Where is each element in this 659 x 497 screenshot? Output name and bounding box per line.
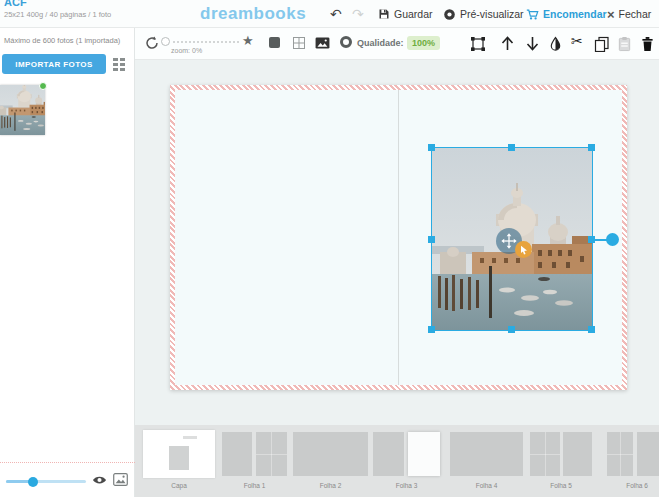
- page-thumbnail: [256, 432, 287, 476]
- background-swatch-icon[interactable]: [269, 37, 280, 48]
- page-divider: [398, 90, 399, 385]
- close-button[interactable]: × Fechar: [607, 0, 651, 28]
- zoom-slider-knob[interactable]: [161, 37, 170, 46]
- filmstrip-label: Folha 6: [607, 482, 659, 489]
- zoom-label: zoom: 0%: [171, 47, 202, 54]
- page-thumbnail: [222, 432, 252, 476]
- photos-info-text: Máximo de 600 fotos (1 importada): [0, 28, 134, 45]
- hide-used-eye-icon[interactable]: [92, 474, 107, 486]
- slider-knob[interactable]: [28, 477, 38, 487]
- page-thumbnail: [637, 432, 659, 476]
- editor-canvas: [135, 60, 659, 425]
- dreambooks-logo: dreambooks: [200, 4, 306, 24]
- filmstrip-page-4[interactable]: Folha 4: [450, 425, 523, 497]
- project-title[interactable]: ACF: [4, 0, 194, 8]
- order-button[interactable]: Encomendar: [526, 0, 607, 28]
- close-label: Fechar: [619, 8, 652, 20]
- cut-scissors-icon[interactable]: ✂: [571, 33, 583, 49]
- thumbnail-size-slider[interactable]: [6, 480, 86, 483]
- preview-label: Pré-visualizar: [460, 8, 524, 20]
- rotation-handle[interactable]: [606, 233, 619, 246]
- photos-sidebar: Máximo de 600 fotos (1 importada) IMPORT…: [0, 28, 135, 497]
- close-icon: ×: [607, 7, 615, 22]
- save-icon: [378, 8, 390, 20]
- copy-icon[interactable]: [594, 36, 610, 52]
- resize-handle-bottom-left[interactable]: [428, 326, 435, 333]
- import-row: IMPORTAR FOTOS: [2, 54, 133, 76]
- cover-thumbnail: [143, 430, 215, 478]
- transform-crop-icon[interactable]: [470, 36, 486, 52]
- page-thumbnail-selected: [408, 432, 440, 476]
- filmstrip-page-6[interactable]: Folha 6: [607, 425, 659, 497]
- filmstrip-label: Capa: [143, 482, 215, 489]
- save-label: Guardar: [394, 8, 433, 20]
- page-thumbnail: [293, 432, 368, 476]
- page-thumbnail: [450, 432, 523, 476]
- filmstrip-label: Folha 3: [373, 482, 440, 489]
- delete-trash-icon[interactable]: [641, 36, 654, 52]
- resize-handle-bottom-mid[interactable]: [508, 326, 515, 333]
- page-spread[interactable]: [170, 85, 627, 390]
- reset-zoom-icon[interactable]: [145, 36, 159, 50]
- edit-toolbar: zoom: 0% ★ Qualidade: 100% ✂: [135, 28, 659, 60]
- order-label: Encomendar: [543, 8, 607, 20]
- send-backward-icon[interactable]: [526, 36, 539, 51]
- filmstrip-label: Folha 2: [293, 482, 368, 489]
- resize-handle-mid-left[interactable]: [428, 236, 435, 243]
- filmstrip-page-1[interactable]: Folha 1: [222, 425, 287, 497]
- filmstrip-label: Folha 1: [222, 482, 287, 489]
- bring-forward-icon[interactable]: [501, 36, 514, 51]
- pointer-cursor-icon: [515, 241, 532, 258]
- filmstrip-page-cover[interactable]: Capa: [143, 425, 215, 497]
- mask-circle-icon[interactable]: [340, 36, 352, 48]
- preview-button[interactable]: Pré-visualizar: [443, 0, 524, 28]
- filmstrip-label: Folha 5: [530, 482, 592, 489]
- photo-frame-icon[interactable]: [315, 37, 330, 49]
- quality-label: Qualidade:: [357, 38, 404, 48]
- contrast-droplet-icon[interactable]: [548, 36, 563, 52]
- filmstrip-label: Folha 4: [450, 482, 523, 489]
- photo-used-badge: [39, 82, 47, 90]
- filmstrip-page-5[interactable]: Folha 5: [530, 425, 592, 497]
- paste-icon: [617, 36, 632, 52]
- zoom-slider-track[interactable]: [173, 41, 239, 43]
- page-thumbnail: [563, 432, 592, 476]
- top-bar: ACF 25x21 400g / 40 páginas / 1 foto dre…: [0, 0, 659, 28]
- undo-icon[interactable]: ↶: [330, 0, 342, 28]
- save-button[interactable]: Guardar: [378, 0, 433, 28]
- pages-filmstrip: Capa Folha 1 Folha 2 Folha 3 Folha 4 Fol…: [135, 425, 659, 497]
- view-toggle-icon[interactable]: [113, 58, 127, 71]
- project-specs: 25x21 400g / 40 páginas / 1 foto: [4, 10, 194, 19]
- page-thumbnail: [530, 432, 560, 476]
- picture-view-icon[interactable]: [113, 473, 128, 486]
- resize-handle-bottom-right[interactable]: [588, 326, 595, 333]
- photo-library-thumbnail[interactable]: [0, 85, 45, 135]
- page-thumbnail: [373, 432, 404, 476]
- resize-handle-top-mid[interactable]: [508, 144, 515, 151]
- project-info: ACF 25x21 400g / 40 páginas / 1 foto: [4, 0, 194, 19]
- cart-icon: [526, 8, 539, 21]
- sidebar-bottom-bar: [0, 462, 135, 497]
- resize-handle-mid-right[interactable]: [588, 236, 595, 243]
- import-photos-button[interactable]: IMPORTAR FOTOS: [2, 54, 106, 74]
- star-shape-icon[interactable]: ★: [242, 34, 254, 48]
- filmstrip-page-3[interactable]: Folha 3: [373, 425, 440, 497]
- quality-value: 100%: [407, 36, 440, 50]
- resize-handle-top-left[interactable]: [428, 144, 435, 151]
- eye-icon: [443, 8, 456, 21]
- layout-grid-icon[interactable]: [293, 37, 305, 49]
- cover-title-mark: [183, 436, 197, 439]
- page-thumbnail: [607, 432, 633, 476]
- redo-icon: ↷: [352, 0, 364, 28]
- cover-photo-placeholder: [169, 446, 189, 470]
- filmstrip-page-2[interactable]: Folha 2: [293, 425, 368, 497]
- resize-handle-top-right[interactable]: [588, 144, 595, 151]
